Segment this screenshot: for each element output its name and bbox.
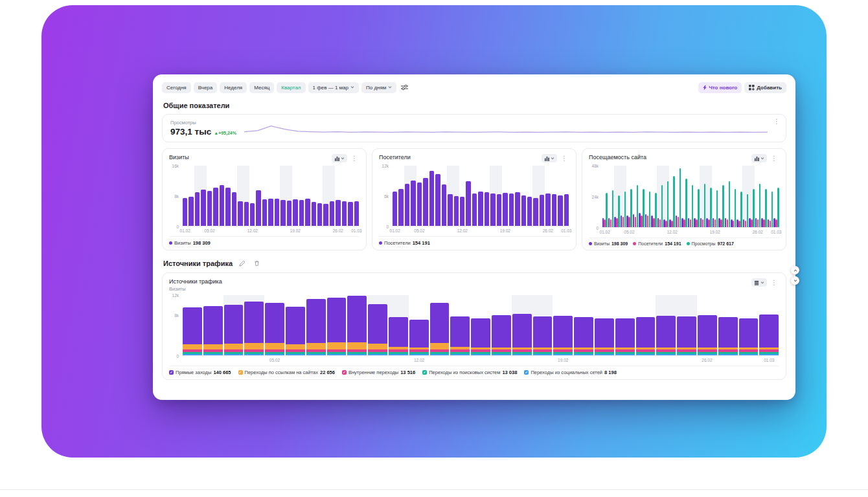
panel-title: Посетители <box>379 154 411 160</box>
kebab-menu-button[interactable]: ⋮ <box>349 155 360 162</box>
views-summary-card: Просмотры 973,1 тыс ▲+95,24% ⋮ <box>162 114 786 142</box>
toolbar-actions: Что нового Добавить <box>698 82 786 93</box>
granularity-select[interactable]: По дням <box>361 82 396 93</box>
chevron-down-icon <box>551 157 554 160</box>
chevron-up-icon <box>794 269 797 272</box>
preset-yesterday[interactable]: Вчера <box>194 82 218 93</box>
site-traffic-panel: Посещаемость сайта ⋮ 48k24k001.0205.0212… <box>582 148 786 250</box>
legend-item[interactable]: ✓ Переходы по ссылкам на сайтах 22 656 <box>238 370 335 375</box>
gradient-backdrop: Сегодня Вчера Неделя Месяц Квартал 1 фев… <box>41 5 827 458</box>
legend: Визиты 198 309 Посетители 154 191 Просмо… <box>589 237 779 247</box>
preset-quarter[interactable]: Квартал <box>277 82 305 93</box>
scroll-up-button[interactable] <box>791 266 799 274</box>
toolbar: Сегодня Вчера Неделя Месяц Квартал 1 фев… <box>162 82 786 93</box>
overview-charts-row: Визиты ⋮ 16k8k001.0205.0212.0219.0226.02… <box>162 148 786 250</box>
visits-panel: Визиты ⋮ 16k8k001.0205.0212.0219.0226.02… <box>162 148 367 250</box>
add-widget-label: Добавить <box>757 85 782 91</box>
views-value: 973,1 тыс <box>170 127 211 137</box>
chart-type-button[interactable] <box>751 154 767 162</box>
chevron-down-icon <box>760 282 764 284</box>
panel-title: Визиты <box>169 154 189 160</box>
edit-section-button[interactable] <box>237 259 247 268</box>
kebab-menu-button[interactable]: ⋮ <box>771 118 782 126</box>
legend-item[interactable]: ✓ Прямые заходы 140 665 <box>169 370 231 375</box>
visits-chart[interactable]: 16k8k001.0205.0212.0219.0226.0201.03 <box>169 166 360 234</box>
legend-checkbox[interactable]: ✓ <box>342 370 347 375</box>
chart-type-button[interactable] <box>542 154 557 162</box>
site-traffic-chart[interactable]: 48k24k001.0205.0212.0219.0226.0201.03 <box>589 166 779 235</box>
scroll-down-button[interactable] <box>791 276 799 285</box>
whats-new-label: Что нового <box>709 85 737 91</box>
panel-title: Источники трафика <box>169 278 222 285</box>
filters-button[interactable] <box>399 83 410 92</box>
legend-checkbox[interactable]: ✓ <box>524 370 529 375</box>
views-sparkline[interactable] <box>244 122 768 137</box>
legend-dot <box>379 241 382 245</box>
preset-today[interactable]: Сегодня <box>162 82 191 93</box>
legend-item[interactable]: ✓ Переходы из поисковых систем 13 038 <box>422 370 517 375</box>
chevron-down-icon <box>794 280 797 282</box>
legend-checkbox[interactable]: ✓ <box>422 370 427 375</box>
bar-chart-icon <box>334 156 339 161</box>
visitors-panel: Посетители ⋮ 12k6k001.0205.0212.0219.022… <box>372 148 577 250</box>
panel-subtitle: Визиты <box>169 286 222 292</box>
pencil-icon <box>239 260 246 267</box>
legend-checkbox[interactable]: ✓ <box>238 370 243 375</box>
legend-item[interactable]: ✓ Переходы из социальных сетей 8 198 <box>524 370 616 375</box>
delete-section-button[interactable] <box>252 259 262 268</box>
legend-item[interactable]: Просмотры 972 617 <box>687 241 734 246</box>
traffic-sources-chart[interactable]: 12k8k005.0212.0219.0226.0201.03 <box>169 295 779 363</box>
sources-section-title: Источники трафика <box>163 260 233 267</box>
legend-checkbox[interactable]: ✓ <box>169 370 174 375</box>
chevron-down-icon <box>350 86 354 89</box>
overview-section-title: Общие показатели <box>163 102 785 109</box>
legend: ✓ Прямые заходы 140 665 ✓ Переходы по сс… <box>169 366 779 376</box>
chart-type-button[interactable] <box>332 154 347 162</box>
views-meta: Просмотры 973,1 тыс ▲+95,24% <box>170 120 240 137</box>
preset-week[interactable]: Неделя <box>220 82 247 93</box>
lightning-icon <box>703 85 707 91</box>
legend-dot <box>169 241 172 245</box>
legend-item[interactable]: Визиты 198 309 <box>589 241 628 246</box>
views-delta: ▲+95,24% <box>214 131 236 135</box>
visitors-chart[interactable]: 12k6k001.0205.0212.0219.0226.0201.03 <box>379 166 569 234</box>
whats-new-button[interactable]: Что нового <box>698 82 742 93</box>
bar-chart-icon <box>544 156 549 161</box>
bar-chart-icon <box>754 156 759 161</box>
kebab-menu-button[interactable]: ⋮ <box>769 155 779 162</box>
legend: Визиты 198 309 <box>169 236 360 247</box>
add-widget-button[interactable]: Добавить <box>744 82 786 93</box>
chevron-down-icon <box>388 86 392 89</box>
kebab-menu-button[interactable]: ⋮ <box>769 279 779 287</box>
panel-title: Посещаемость сайта <box>589 154 646 160</box>
legend-dot <box>633 242 636 245</box>
date-range-picker[interactable]: 1 фев — 1 мар <box>308 82 359 93</box>
period-controls: Сегодня Вчера Неделя Месяц Квартал 1 фев… <box>162 82 410 93</box>
traffic-sources-panel: Источники трафика Визиты ⋮ 12k8k005.0212… <box>162 272 786 380</box>
legend-item[interactable]: Визиты 198 309 <box>169 240 211 246</box>
chart-type-button[interactable] <box>751 278 767 287</box>
legend-item[interactable]: ✓ Внутренние переходы 13 516 <box>342 370 415 375</box>
legend-item[interactable]: Посетители 154 191 <box>633 241 681 246</box>
legend: Посетители 154 191 <box>379 236 569 247</box>
kebab-menu-button[interactable]: ⋮ <box>559 155 569 162</box>
sources-section-header: Источники трафика <box>163 259 785 268</box>
filters-icon <box>401 84 408 91</box>
views-label: Просмотры <box>170 120 240 126</box>
date-range-label: 1 фев — 1 мар <box>313 85 348 91</box>
dashboard-card: Сегодня Вчера Неделя Месяц Квартал 1 фев… <box>153 74 795 400</box>
trash-icon <box>254 260 260 267</box>
preset-month[interactable]: Месяц <box>249 82 274 93</box>
granularity-label: По дням <box>366 85 386 91</box>
legend-dot <box>687 242 690 245</box>
legend-item[interactable]: Посетители 154 191 <box>379 240 430 246</box>
page-divider <box>0 489 868 490</box>
chevron-down-icon <box>760 157 764 160</box>
stacked-chart-icon <box>754 280 759 285</box>
legend-dot <box>589 242 592 245</box>
add-widget-icon <box>749 85 755 91</box>
chevron-down-icon <box>341 157 345 160</box>
